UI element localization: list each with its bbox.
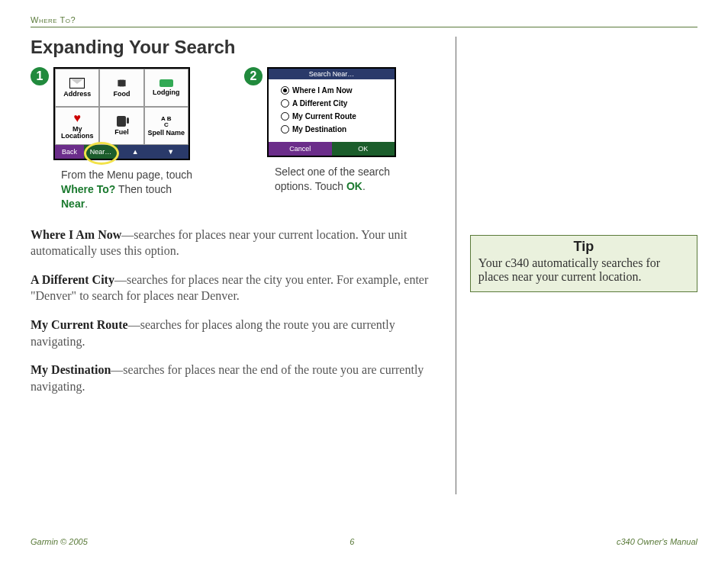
- cancel-button[interactable]: Cancel: [269, 142, 332, 156]
- bed-icon: [159, 79, 173, 87]
- cell-label: My Locations: [56, 126, 98, 140]
- page-title: Expanding Your Search: [31, 37, 442, 58]
- screenshot-search-near: Search Near… Where I Am Now A Different …: [267, 67, 396, 157]
- radio-label: My Destination: [292, 125, 346, 134]
- left-column: Expanding Your Search 1 Address: [31, 37, 456, 494]
- cell-label: Address: [63, 90, 91, 98]
- step-1: 1 Address Food: [31, 67, 198, 211]
- arrow-up-icon: ▲: [132, 148, 139, 156]
- radio-label: A Different City: [292, 99, 347, 108]
- cell-label: Food: [113, 90, 130, 98]
- near-button[interactable]: Near…: [84, 145, 118, 159]
- keyword-near: Near: [61, 198, 85, 210]
- caption-text: Select one of the search options. Touch: [275, 166, 390, 192]
- radio-unselected-icon: [281, 125, 289, 134]
- keyword-ok: OK: [346, 180, 362, 192]
- cell-label: Fuel: [114, 128, 129, 136]
- fuel-pump-icon: [117, 116, 126, 127]
- caption-text: .: [362, 180, 366, 192]
- step-1-caption: From the Menu page, touch Where To? Then…: [31, 168, 198, 211]
- tip-title: Tip: [478, 239, 689, 255]
- right-column: Tip Your c340 automatically searches for…: [456, 37, 697, 494]
- screenshot-menu-grid: Address Food Lodging: [53, 67, 190, 160]
- term: My Destination: [31, 363, 111, 376]
- radio-unselected-icon: [281, 112, 289, 121]
- fork-knife-icon: [120, 80, 124, 86]
- tip-box: Tip Your c340 automatically searches for…: [470, 235, 697, 292]
- radio-different-city[interactable]: A Different City: [281, 97, 388, 110]
- caption-text: From the Menu page, touch: [61, 169, 192, 181]
- menu-cell-lodging[interactable]: Lodging: [144, 69, 188, 107]
- caption-text: .: [85, 198, 88, 210]
- radio-unselected-icon: [281, 99, 289, 108]
- definition-a-different-city: A Different City—searches for places nea…: [31, 272, 442, 304]
- content-columns: Expanding Your Search 1 Address: [31, 37, 697, 494]
- menu-cell-my-locations[interactable]: ♥ My Locations: [55, 107, 99, 145]
- radio-label: My Current Route: [292, 112, 356, 121]
- menu-cell-spell-name[interactable]: A BC Spell Name: [144, 107, 188, 145]
- manual-page: Where To? Expanding Your Search 1 Addres…: [0, 0, 728, 563]
- page-footer: Garmin © 2005 6 c340 Owner's Manual: [31, 537, 697, 546]
- radio-selected-icon: [281, 86, 289, 95]
- step-2: 2 Search Near… Where I Am Now A D: [244, 67, 412, 211]
- tip-text: Your c340 automatically searches for pla…: [478, 256, 689, 284]
- menu-cell-fuel[interactable]: Fuel: [99, 107, 143, 145]
- back-button[interactable]: Back: [55, 145, 84, 159]
- term: My Current Route: [31, 318, 128, 331]
- definition-where-i-am-now: Where I Am Now—searches for places near …: [31, 227, 442, 259]
- dialog-title: Search Near…: [269, 69, 395, 79]
- step-2-caption: Select one of the search options. Touch …: [244, 165, 412, 194]
- definition-my-destination: My Destination—searches for places near …: [31, 362, 442, 394]
- scroll-arrows[interactable]: ▲ ▼: [118, 145, 188, 159]
- cell-label: Spell Name: [148, 130, 185, 137]
- menu-cell-food[interactable]: Food: [99, 69, 143, 107]
- abc-blocks-icon: A BC: [161, 116, 171, 128]
- radio-current-route[interactable]: My Current Route: [281, 110, 388, 123]
- step-number-1: 1: [31, 67, 49, 85]
- footer-page-number: 6: [350, 537, 354, 546]
- menu-cell-address[interactable]: Address: [55, 69, 99, 107]
- footer-copyright: Garmin © 2005: [31, 537, 88, 546]
- radio-where-i-am-now[interactable]: Where I Am Now: [281, 84, 388, 97]
- definition-my-current-route: My Current Route—searches for places alo…: [31, 317, 442, 349]
- ok-button[interactable]: OK: [332, 142, 395, 156]
- near-label: Near…: [90, 148, 112, 156]
- term: A Different City: [31, 273, 114, 286]
- step-number-2: 2: [244, 67, 263, 85]
- term: Where I Am Now: [31, 228, 121, 241]
- caption-text: Then touch: [115, 183, 172, 195]
- radio-my-destination[interactable]: My Destination: [281, 123, 388, 136]
- heart-icon: ♥: [73, 112, 81, 124]
- cell-label: Lodging: [153, 88, 180, 96]
- envelope-icon: [69, 78, 85, 88]
- footer-manual-name: c340 Owner's Manual: [617, 537, 697, 546]
- arrow-down-icon: ▼: [167, 148, 174, 156]
- steps-row: 1 Address Food: [31, 67, 442, 211]
- radio-label: Where I Am Now: [292, 86, 353, 95]
- section-header: Where To?: [31, 15, 697, 27]
- keyword-where-to: Where To?: [61, 183, 115, 195]
